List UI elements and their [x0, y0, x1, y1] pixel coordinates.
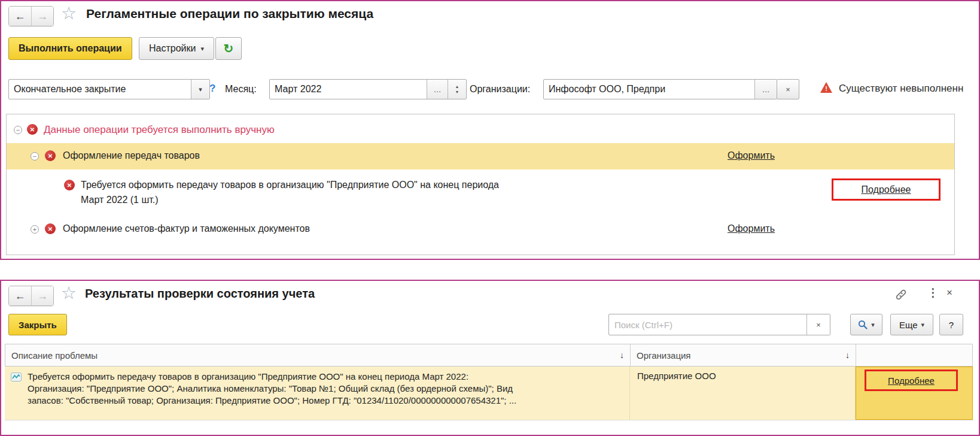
expand-icon[interactable]: +	[31, 225, 39, 234]
annotation-red-box: Подробнее	[832, 178, 941, 201]
more-actions-button[interactable]: Еще ▾	[890, 314, 933, 335]
tree-row-invoices-label: Оформление счетов-фактур и таможенных до…	[63, 223, 310, 234]
search-clear-button[interactable]: ×	[806, 314, 830, 335]
window-title: Регламентные операции по закрытию месяца	[86, 7, 373, 21]
window-title: Результаты проверки состояния учета	[85, 287, 315, 301]
description-line3: запасов: "Собственный товар; Организация…	[28, 395, 625, 407]
month-field: Март 2022 … ▲ ▼	[269, 79, 467, 99]
chevron-down-icon: ▾	[921, 321, 925, 329]
details-link[interactable]: Подробнее	[888, 376, 935, 386]
tree-row-transfer[interactable]: − ✕ Оформление передач товаров Оформить	[7, 143, 954, 169]
refresh-button[interactable]: ↻	[215, 37, 242, 60]
question-icon: ?	[949, 320, 954, 330]
search-field-group: ×	[608, 314, 830, 335]
back-button[interactable]: ←	[9, 286, 31, 305]
warning-triangle-icon: !	[820, 81, 833, 93]
operations-tree: − ✕ Данные операции требуется выполнить …	[6, 114, 955, 255]
search-icon	[858, 320, 868, 329]
sort-down-icon[interactable]: ↓	[845, 350, 850, 360]
more-menu-icon[interactable]: ⋮	[927, 287, 939, 298]
nav-history-group: ← →	[8, 6, 54, 26]
error-icon: ✕	[27, 124, 38, 135]
detail-text-line1: Требуется оформить передачу товаров в ор…	[81, 177, 499, 192]
forward-arrow-icon: →	[37, 290, 48, 302]
error-icon: ✕	[45, 150, 56, 161]
organizations-picker-button[interactable]: …	[754, 80, 777, 99]
search-button[interactable]: ▾	[850, 314, 882, 335]
back-arrow-icon: ←	[15, 290, 26, 302]
cell-description[interactable]: Требуется оформить передачу товаров в ор…	[5, 367, 630, 420]
detail-text-line2: Март 2022 (1 шт.)	[81, 192, 499, 207]
warning-text: Существуют невыполненн	[839, 83, 963, 95]
table-row[interactable]: Требуется оформить передачу товаров в ор…	[5, 367, 973, 420]
report-icon	[11, 373, 22, 382]
tree-row-invoices[interactable]: + ✕ Оформление счетов-фактур и таможенны…	[7, 219, 954, 241]
search-input[interactable]	[609, 314, 806, 335]
month-label: Месяц:	[225, 84, 257, 95]
screenshot-root: ← → ☆ Регламентные операции по закрытию …	[0, 0, 980, 436]
settings-button-label: Настройки	[149, 43, 196, 54]
svg-text:!: !	[825, 85, 827, 92]
execute-link[interactable]: Оформить	[728, 223, 775, 234]
get-link-icon[interactable]	[894, 288, 908, 301]
column-header-description[interactable]: Описание проблемы ↓	[5, 344, 631, 366]
month-input[interactable]: Март 2022	[270, 80, 427, 99]
nav-history-group: ← →	[8, 286, 54, 306]
annotation-red-box: Подробнее	[865, 370, 958, 391]
cell-organization[interactable]: Предприятие ООО	[630, 367, 856, 420]
cell-details-selected[interactable]: Подробнее	[856, 367, 973, 420]
clear-x-icon: ×	[816, 320, 821, 329]
tree-group-label: Данные операции требуется выполнить вруч…	[44, 124, 275, 136]
error-icon: ✕	[64, 180, 75, 190]
forward-button[interactable]: →	[31, 7, 53, 26]
window-check-results: ← → ☆ Результаты проверки состояния учет…	[0, 280, 980, 436]
help-button[interactable]: ?	[939, 314, 963, 335]
help-icon[interactable]: ?	[209, 83, 215, 95]
settings-button[interactable]: Настройки ▾	[139, 37, 214, 60]
sort-down-icon[interactable]: ↓	[620, 350, 624, 360]
column-header-organization[interactable]: Организация ↓	[631, 344, 856, 366]
more-button-label: Еще	[899, 320, 918, 330]
organizations-input[interactable]: Инфософт ООО, Предпри	[544, 80, 754, 99]
refresh-icon: ↻	[224, 43, 234, 54]
details-link[interactable]: Подробнее	[862, 184, 911, 195]
back-button[interactable]: ←	[9, 7, 31, 26]
chevron-down-icon[interactable]: ▾	[191, 80, 209, 99]
close-button[interactable]: Закрыть	[8, 314, 67, 335]
chevron-down-icon: ▾	[871, 321, 875, 329]
spin-up-icon[interactable]: ▲	[455, 84, 459, 89]
window-month-closing: ← → ☆ Регламентные операции по закрытию …	[0, 0, 980, 260]
column-header-actions	[856, 344, 972, 366]
closing-type-value: Окончательное закрытие	[9, 80, 191, 99]
collapse-icon[interactable]: −	[14, 126, 22, 134]
month-spinner: ▲ ▼	[448, 80, 466, 99]
spin-down-icon[interactable]: ▼	[455, 90, 459, 94]
favorite-star-icon[interactable]: ☆	[61, 284, 77, 302]
ellipsis-icon: …	[434, 85, 442, 94]
collapse-icon[interactable]: −	[31, 152, 39, 161]
organizations-label: Организации:	[470, 84, 530, 95]
error-icon: ✕	[45, 223, 56, 234]
clear-x-icon: ×	[786, 85, 790, 94]
table-header: Описание проблемы ↓ Организация ↓	[5, 344, 973, 367]
organizations-clear-button[interactable]: ×	[777, 79, 799, 99]
organizations-field: Инфософт ООО, Предпри …	[543, 79, 777, 99]
closing-type-select[interactable]: Окончательное закрытие ▾	[8, 79, 210, 99]
close-icon[interactable]: ×	[946, 287, 952, 298]
chevron-down-icon: ▾	[200, 45, 204, 53]
description-line1: Требуется оформить передачу товаров в ор…	[28, 371, 625, 383]
ellipsis-icon: …	[762, 85, 770, 94]
month-picker-button[interactable]: …	[427, 80, 448, 99]
tree-row-detail[interactable]: ✕ Требуется оформить передачу товаров в …	[7, 174, 954, 214]
back-arrow-icon: ←	[15, 10, 26, 23]
forward-arrow-icon: →	[37, 10, 48, 23]
description-line2: Организация: "Предприятие ООО"; Аналитик…	[28, 383, 625, 395]
favorite-star-icon[interactable]: ☆	[61, 5, 77, 22]
tree-group-row[interactable]: − ✕ Данные операции требуется выполнить …	[7, 119, 954, 141]
run-operations-button[interactable]: Выполнить операции	[8, 37, 132, 60]
execute-link[interactable]: Оформить	[728, 150, 775, 161]
forward-button[interactable]: →	[31, 286, 53, 305]
tree-row-transfer-label: Оформление передач товаров	[63, 150, 200, 161]
